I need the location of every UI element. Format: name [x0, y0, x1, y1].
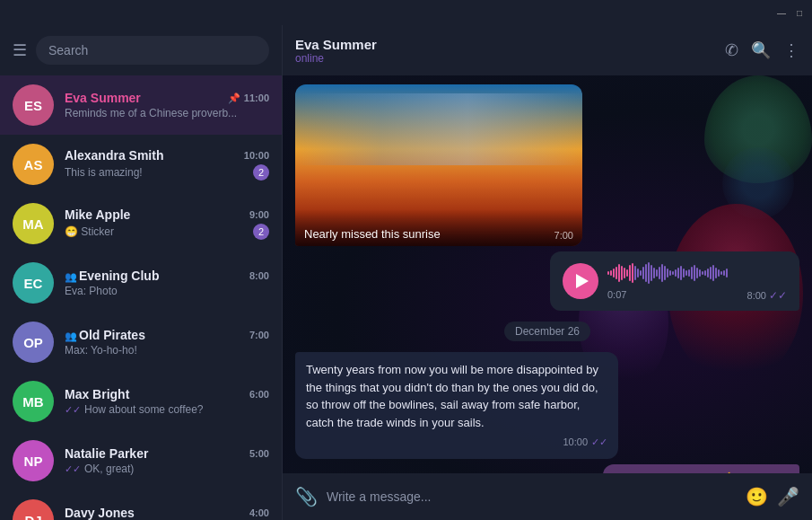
chat-area: Eva Summer online ✆ 🔍 ⋮ [283, 25, 812, 520]
short-text-time: 10:00 ✓✓ [745, 472, 789, 474]
wave-bar [637, 269, 639, 278]
chat-item-np[interactable]: NP Natalie Parker 5:00 ✓✓OK, great) [0, 431, 282, 490]
avatar: MA [13, 203, 54, 244]
chat-info: Natalie Parker 5:00 ✓✓OK, great) [65, 446, 269, 475]
wave-bar [718, 269, 720, 277]
wave-bar [672, 271, 674, 275]
attach-icon[interactable]: 📎 [295, 486, 318, 507]
chat-time: 9:00 [249, 209, 269, 220]
search-input[interactable] [36, 36, 269, 65]
chat-time: 6:00 [249, 389, 269, 400]
long-text-time: 10:00 [563, 435, 588, 450]
wave-bar [653, 268, 655, 278]
chat-preview: This is amazing! 2 [65, 164, 269, 181]
wave-bar [634, 266, 636, 280]
chat-name: Eva Summer 📌 11:00 [65, 91, 269, 105]
chat-header-info: Eva Summer online [295, 37, 377, 65]
chat-item-op[interactable]: OP 👥Old Pirates 7:00 Max: Yo-ho-ho! [0, 313, 282, 372]
chat-item-ec[interactable]: EC 👥Evening Club 8:00 Eva: Photo [0, 253, 282, 313]
emoji-icon[interactable]: 🙂 [746, 486, 768, 507]
contact-name: Eva Summer [295, 37, 377, 52]
chat-header-actions: ✆ 🔍 ⋮ [725, 40, 799, 60]
play-button[interactable] [563, 263, 598, 299]
menu-icon[interactable]: ☰ [13, 40, 27, 60]
preview-text: ✓✓OK, great) [65, 463, 269, 475]
wave-bar [704, 270, 706, 276]
double-check-icon: ✓✓ [65, 463, 81, 474]
wave-bar [712, 265, 714, 281]
mic-icon[interactable]: 🎤 [777, 486, 799, 507]
wave-bar [675, 269, 677, 277]
more-options-icon[interactable]: ⋮ [783, 40, 799, 60]
chat-preview: Max: Yo-ho-ho! [65, 344, 269, 357]
chat-time: 11:00 [244, 93, 269, 103]
minimize-button[interactable]: — [776, 7, 787, 18]
chat-name: Davy Jones 4:00 [65, 506, 269, 520]
contact-status: online [295, 52, 377, 65]
avatar: ES [13, 84, 54, 126]
audio-waveform [607, 260, 787, 286]
chat-name: Max Bright 6:00 [65, 387, 269, 401]
message-input[interactable] [327, 489, 737, 504]
message-footer-1: 10:00 ✓✓ [306, 435, 607, 450]
wave-bar [677, 268, 679, 278]
message-short-outgoing: Mark Twain said that 👆 10:00 ✓✓ [603, 464, 799, 474]
chat-name: 👥Evening Club 8:00 [65, 269, 269, 283]
search-chat-icon[interactable]: 🔍 [751, 40, 771, 60]
chat-item-ma[interactable]: MA Mike Apple 9:00 😁 Sticker 2 [0, 194, 282, 253]
group-icon: 👥 [65, 331, 77, 341]
name-text: 👥Old Pirates [65, 328, 246, 342]
sidebar: ☰ ES Eva Summer 📌 11:00 Reminds me of a … [0, 25, 283, 520]
wave-bar [669, 270, 671, 276]
wave-bar [640, 270, 642, 276]
chat-item-dj[interactable]: DJ Davy Jones 4:00 Keynote.pdf [0, 490, 282, 520]
audio-check-icon: ✓✓ [769, 289, 787, 302]
chat-name: 👥Old Pirates 7:00 [65, 328, 269, 342]
chat-info: Eva Summer 📌 11:00 Reminds me of a Chine… [65, 91, 269, 119]
wave-bar [624, 268, 625, 278]
audio-msg-time: 8:00 ✓✓ [747, 289, 787, 302]
chat-info: Mike Apple 9:00 😁 Sticker 2 [65, 207, 269, 240]
maximize-button[interactable]: □ [794, 7, 805, 18]
chat-header: Eva Summer online ✆ 🔍 ⋮ [283, 25, 812, 75]
message-audio: 0:07 8:00 ✓✓ [550, 251, 799, 311]
call-icon[interactable]: ✆ [725, 40, 738, 60]
wave-bar [610, 270, 612, 276]
chat-name: Alexandra Smith 10:00 [65, 148, 269, 163]
name-text: Eva Summer [65, 91, 223, 105]
date-badge: December 26 [504, 322, 590, 341]
wave-bar [694, 265, 695, 281]
preview-text: This is amazing! [65, 166, 253, 179]
wave-bar [659, 267, 660, 279]
chat-input-bar: 📎 🙂 🎤 [283, 473, 812, 520]
wave-bar [613, 269, 615, 278]
messages-container: Nearly missed this sunrise 7:00 0:07 8:0… [283, 75, 812, 473]
wave-bar [702, 271, 703, 275]
wave-bar [616, 267, 617, 279]
wave-bar [696, 268, 698, 278]
chat-item-es[interactable]: ES Eva Summer 📌 11:00 Reminds me of a Ch… [0, 75, 282, 135]
chat-time: 10:00 [244, 150, 269, 161]
title-bar: — □ [0, 0, 812, 25]
preview-text: Eva: Photo [65, 285, 269, 297]
chat-info: Alexandra Smith 10:00 This is amazing! 2 [65, 148, 269, 181]
audio-times: 0:07 8:00 ✓✓ [607, 289, 787, 302]
preview-text: 😁 Sticker [65, 225, 253, 238]
long-text-content: Twenty years from now you will be more d… [306, 363, 598, 429]
sidebar-header: ☰ [0, 25, 282, 75]
name-text: Mike Apple [65, 207, 246, 222]
wave-bar [726, 269, 728, 278]
chat-preview: Eva: Photo [65, 285, 269, 297]
wave-bar [664, 266, 666, 280]
wave-bar [632, 263, 633, 283]
chat-item-as[interactable]: AS Alexandra Smith 10:00 This is amazing… [0, 135, 282, 194]
pin-icon: 📌 [228, 93, 240, 104]
name-text: Davy Jones [65, 506, 246, 520]
chat-time: 4:00 [249, 507, 269, 518]
chat-info: Max Bright 6:00 ✓✓How about some coffee? [65, 387, 269, 416]
chat-item-mb[interactable]: MB Max Bright 6:00 ✓✓How about some coff… [0, 372, 282, 431]
name-text: Natalie Parker [65, 446, 246, 461]
short-text-content: Mark Twain said that 👆 [614, 472, 738, 474]
message-long-text: Twenty years from now you will be more d… [295, 352, 618, 459]
chat-name: Natalie Parker 5:00 [65, 446, 269, 461]
